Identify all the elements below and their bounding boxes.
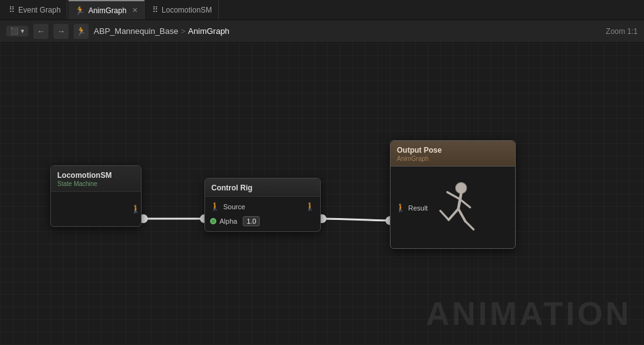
breadcrumb: ABP_Mannequin_Base > AnimGraph <box>94 26 230 36</box>
control-rig-title: Control Rig <box>211 183 314 192</box>
nav-back-button[interactable]: ← <box>33 24 48 39</box>
locomotion-sm-icon: ⠿ <box>152 5 158 14</box>
locomotion-sm-body: 🚶 <box>51 192 141 226</box>
output-pose-node[interactable]: Output Pose AnimGraph 🚶 Result <box>390 140 516 249</box>
breadcrumb-current: AnimGraph <box>188 26 230 36</box>
tab-anim-graph[interactable]: 🏃 AnimGraph ✕ <box>69 0 145 19</box>
tab-event-graph[interactable]: ⠿ Event Graph <box>3 0 67 19</box>
watermark-text: ANIMATION <box>426 295 631 332</box>
tab-anim-graph-label: AnimGraph <box>88 6 126 15</box>
alpha-pin-row: Alpha 1.0 <box>205 214 320 229</box>
tab-event-graph-label: Event Graph <box>18 6 60 14</box>
alpha-value-box[interactable]: 1.0 <box>243 216 260 226</box>
svg-line-6 <box>447 192 460 199</box>
zoom-label: Zoom 1:1 <box>606 27 638 36</box>
output-pose-subtitle: AnimGraph <box>397 155 509 162</box>
tab-locomotion-sm-label: LocomotionSM <box>162 6 212 14</box>
svg-line-9 <box>440 211 448 220</box>
alpha-pin <box>210 218 216 224</box>
svg-line-8 <box>448 209 458 220</box>
tab-close-button[interactable]: ✕ <box>132 6 138 14</box>
locomotion-sm-node[interactable]: LocomotionSM State Machine 🚶 <box>50 165 142 227</box>
locomotion-output-pin-icon: 🚶 <box>131 204 141 214</box>
locomotion-sm-title: LocomotionSM <box>57 171 135 180</box>
output-pose-body: 🚶 Result <box>391 167 515 248</box>
svg-point-4 <box>455 182 467 194</box>
locomotion-sm-subtitle: State Machine <box>57 180 135 187</box>
control-rig-node[interactable]: Control Rig 🚶 Source 🚶 Alpha 1.0 <box>204 178 321 232</box>
view-dropdown-button[interactable]: ⬛ ▾ <box>6 26 28 36</box>
source-pin-icon: 🚶 <box>210 202 220 211</box>
breadcrumb-separator: > <box>181 26 186 36</box>
tab-bar: ⠿ Event Graph 🏃 AnimGraph ✕ ⠿ Locomotion… <box>0 0 644 20</box>
alpha-label: Alpha <box>219 217 237 225</box>
anim-graph-icon: 🏃 <box>75 6 85 15</box>
source-pin-row: 🚶 Source 🚶 <box>205 199 320 214</box>
svg-line-11 <box>465 221 474 229</box>
output-pose-title: Output Pose <box>397 146 509 155</box>
runner-figure <box>418 173 487 242</box>
control-rig-body: 🚶 Source 🚶 Alpha 1.0 <box>205 197 320 231</box>
nav-home-button[interactable]: 🏃 <box>74 24 89 39</box>
breadcrumb-bar: ⬛ ▾ ← → 🏃 ABP_Mannequin_Base > AnimGraph… <box>0 20 644 43</box>
tab-locomotion-sm[interactable]: ⠿ LocomotionSM <box>146 0 219 19</box>
svg-line-10 <box>458 209 465 221</box>
result-pin-icon: 🚶 <box>396 203 406 212</box>
control-rig-header: Control Rig <box>205 178 320 197</box>
locomotion-sm-header: LocomotionSM State Machine <box>51 166 141 192</box>
graph-canvas[interactable]: LocomotionSM State Machine 🚶 Control Rig… <box>0 43 644 345</box>
nav-forward-button[interactable]: → <box>53 24 69 39</box>
output-pose-header: Output Pose AnimGraph <box>391 141 515 167</box>
event-graph-icon: ⠿ <box>9 5 15 14</box>
svg-line-7 <box>460 199 470 207</box>
breadcrumb-root[interactable]: ABP_Mannequin_Base <box>94 26 178 36</box>
source-output-pin-icon: 🚶 <box>305 202 315 211</box>
source-label: Source <box>223 203 245 211</box>
